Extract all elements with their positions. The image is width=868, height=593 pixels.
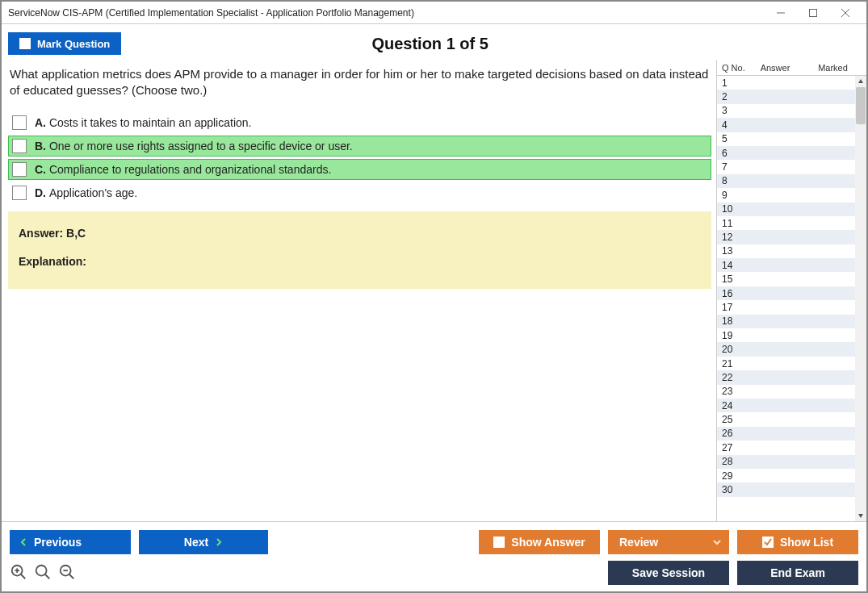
close-icon [841, 8, 850, 18]
zoom-reset-button[interactable] [34, 563, 52, 583]
qlist-row[interactable]: 27 [717, 441, 855, 454]
button-row-2: Save Session End Exam [10, 561, 858, 585]
qlist-row[interactable]: 21 [717, 357, 855, 370]
next-button[interactable]: Next [139, 530, 268, 554]
qlist-row[interactable]: 29 [717, 469, 855, 482]
qlist-rows: 1234567891011121314151617181920212223242… [717, 76, 855, 521]
qlist-row[interactable]: 5 [717, 132, 855, 146]
qlist-row[interactable]: 13 [717, 244, 855, 258]
option-label: D. Application's age. [35, 186, 137, 199]
option-text: One or more use rights assigned to a spe… [49, 140, 353, 152]
svg-line-13 [69, 574, 74, 578]
qlist-row[interactable]: 30 [717, 482, 855, 496]
window-controls [765, 3, 862, 23]
answer-line: Answer: B,C [19, 223, 701, 244]
option-row[interactable]: A. Costs it takes to maintain an applica… [8, 112, 711, 133]
save-session-button[interactable]: Save Session [608, 561, 729, 585]
zoom-out-icon [58, 563, 76, 581]
qlist-row[interactable]: 1 [717, 76, 855, 90]
svg-marker-5 [858, 514, 863, 518]
scroll-thumb[interactable] [856, 87, 866, 124]
content: Mark Question Question 1 of 5 What appli… [2, 24, 866, 591]
qlist-row[interactable]: 4 [717, 118, 855, 132]
app-window: ServiceNow CIS-APM (Certified Implementa… [0, 0, 868, 593]
zoom-out-button[interactable] [58, 563, 76, 583]
chevron-down-icon [713, 538, 721, 546]
qlist-row[interactable]: 8 [717, 174, 855, 188]
maximize-button[interactable] [797, 3, 829, 23]
show-list-button[interactable]: Show List [737, 530, 858, 554]
scroll-up-icon[interactable] [855, 76, 866, 87]
close-button[interactable] [829, 3, 862, 23]
qlist-row[interactable]: 12 [717, 230, 855, 244]
option-checkbox[interactable] [12, 139, 27, 153]
option-letter: C. [35, 163, 49, 176]
svg-point-10 [36, 565, 47, 575]
top-row: Mark Question Question 1 of 5 [2, 24, 866, 60]
zoom-in-button[interactable] [10, 563, 27, 583]
magnifier-icon [34, 563, 52, 581]
option-letter: B. [35, 140, 49, 152]
chevron-left-icon [19, 538, 27, 546]
qlist-row[interactable]: 23 [717, 385, 855, 399]
scroll-down-icon[interactable] [855, 510, 866, 521]
option-checkbox[interactable] [12, 115, 27, 130]
option-row[interactable]: D. Application's age. [8, 182, 711, 203]
qlist-header-qno: Q No. [717, 63, 751, 73]
qlist-row[interactable]: 9 [717, 188, 855, 202]
svg-marker-4 [858, 79, 863, 83]
question-heading: Question 1 of 5 [371, 35, 488, 53]
zoom-in-icon [10, 563, 27, 581]
qlist-row[interactable]: 2 [717, 90, 855, 103]
qlist-row[interactable]: 26 [717, 427, 855, 441]
titlebar: ServiceNow CIS-APM (Certified Implementa… [2, 2, 866, 24]
end-exam-label: End Exam [770, 566, 825, 579]
qlist-row[interactable]: 17 [717, 300, 855, 314]
mark-question-label: Mark Question [37, 38, 110, 50]
answer-panel: Answer: B,C Explanation: [8, 211, 711, 289]
previous-button[interactable]: Previous [10, 530, 131, 554]
qlist-header: Q No. Answer Marked [717, 60, 866, 76]
qlist-row[interactable]: 3 [717, 104, 855, 118]
qlist-row[interactable]: 19 [717, 328, 855, 342]
qlist-row[interactable]: 6 [717, 146, 855, 160]
qlist-row[interactable]: 7 [717, 160, 855, 173]
qlist-row[interactable]: 18 [717, 315, 855, 328]
next-label: Next [184, 536, 208, 549]
svg-line-11 [45, 574, 50, 578]
option-label: A. Costs it takes to maintain an applica… [35, 116, 251, 129]
qlist-row[interactable]: 10 [717, 203, 855, 216]
bottom-bar: Previous Next Show Answer Review [2, 522, 866, 591]
review-button[interactable]: Review [608, 530, 729, 554]
qlist-row[interactable]: 14 [717, 258, 855, 272]
option-label: C. Compliance to regulations and organiz… [35, 163, 331, 176]
scrollbar[interactable] [855, 76, 866, 521]
qlist-row[interactable]: 16 [717, 286, 855, 300]
qlist-row[interactable]: 20 [717, 342, 855, 356]
review-label: Review [619, 536, 658, 549]
option-letter: D. [35, 186, 49, 199]
checked-icon [762, 537, 774, 548]
chevron-right-icon [215, 538, 223, 546]
previous-label: Previous [34, 536, 82, 549]
window-title: ServiceNow CIS-APM (Certified Implementa… [8, 7, 414, 19]
svg-rect-1 [810, 9, 817, 16]
qlist-row[interactable]: 25 [717, 412, 855, 426]
option-checkbox[interactable] [12, 186, 27, 200]
qlist-row[interactable]: 24 [717, 399, 855, 412]
option-row[interactable]: B. One or more use rights assigned to a … [8, 136, 711, 157]
button-row-1: Previous Next Show Answer Review [10, 530, 858, 554]
qlist-row[interactable]: 22 [717, 370, 855, 384]
qlist-row[interactable]: 28 [717, 455, 855, 469]
minimize-button[interactable] [765, 3, 797, 23]
end-exam-button[interactable]: End Exam [737, 561, 858, 585]
qlist-row[interactable]: 11 [717, 216, 855, 230]
option-checkbox[interactable] [12, 162, 27, 177]
qlist-row[interactable]: 15 [717, 272, 855, 286]
question-list-pane: Q No. Answer Marked 12345678910111213141… [716, 60, 866, 521]
minimize-icon [776, 8, 786, 18]
mark-question-button[interactable]: Mark Question [8, 32, 121, 55]
option-row[interactable]: C. Compliance to regulations and organiz… [8, 159, 711, 180]
save-session-label: Save Session [632, 566, 705, 579]
show-answer-button[interactable]: Show Answer [479, 530, 600, 554]
